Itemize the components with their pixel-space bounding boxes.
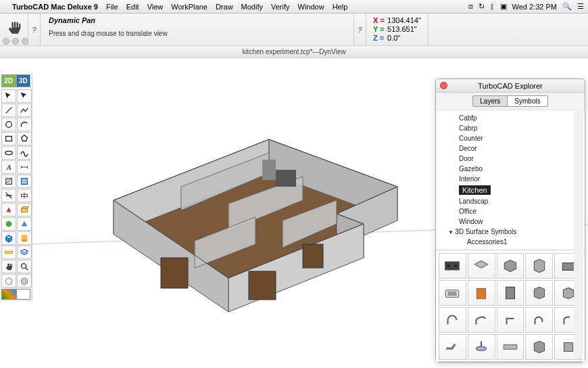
- layer-item[interactable]: Cabfp: [456, 113, 585, 123]
- symbol-cabinet-icon[interactable]: [525, 253, 553, 279]
- polyline-tool-icon[interactable]: [17, 104, 32, 117]
- symbol-faucet2-icon[interactable]: [468, 307, 495, 333]
- sphere-tool-icon[interactable]: [1, 217, 16, 231]
- hand-tool-icon[interactable]: [1, 260, 16, 273]
- sync-icon[interactable]: ↻: [479, 2, 485, 11]
- menu-draw[interactable]: Draw: [216, 3, 233, 11]
- tab-3d[interactable]: 3D: [16, 74, 31, 87]
- symbol-fridge-icon[interactable]: [497, 280, 524, 306]
- menu-items: File Edit View WorkPlane Draw Modify Ver…: [106, 3, 347, 11]
- hatch-tool-icon[interactable]: [1, 175, 16, 188]
- cone-tool-icon[interactable]: [17, 217, 32, 231]
- menu-verify[interactable]: Verify: [271, 3, 290, 11]
- circle-tool-icon[interactable]: [1, 118, 16, 131]
- ellipse-tool-icon[interactable]: [1, 146, 16, 160]
- menu-window[interactable]: Window: [298, 3, 324, 11]
- line-tool-icon[interactable]: [1, 104, 16, 117]
- fill-tool-icon[interactable]: [17, 175, 32, 188]
- layer-tool-icon[interactable]: [17, 246, 32, 259]
- extend-tool-icon[interactable]: [17, 189, 32, 202]
- extrude-tool-icon[interactable]: [17, 203, 32, 216]
- airplay-icon[interactable]: ▣: [500, 2, 507, 11]
- polygon-tool-icon[interactable]: [17, 132, 32, 145]
- menu-view[interactable]: View: [147, 3, 164, 11]
- symbol-wedge-icon[interactable]: [525, 361, 553, 362]
- tab-2d[interactable]: 2D: [1, 74, 16, 87]
- layer-item[interactable]: Landscap: [456, 196, 585, 206]
- menu-file[interactable]: File: [106, 3, 118, 11]
- help-button-right[interactable]: ?: [353, 14, 366, 45]
- rect-tool-icon[interactable]: [1, 132, 16, 145]
- symbol-column-icon[interactable]: [525, 334, 553, 360]
- x-value: 1304.414": [387, 16, 421, 24]
- select-tool-icon[interactable]: [1, 89, 16, 103]
- arc-tool-icon[interactable]: [17, 118, 32, 131]
- tab-symbols[interactable]: Symbols: [508, 95, 547, 107]
- symbol-duct-icon[interactable]: [497, 334, 524, 360]
- symbol-sink-icon[interactable]: [439, 280, 466, 306]
- explorer-panel[interactable]: TurboCAD Explorer Layers Symbols Cabfp C…: [435, 78, 585, 363]
- menu-help[interactable]: Help: [333, 3, 348, 11]
- menu-modify[interactable]: Modify: [241, 3, 263, 11]
- explorer-scrollbar[interactable]: [574, 109, 583, 359]
- tab-layers[interactable]: Layers: [472, 95, 508, 107]
- wireframe-icon[interactable]: [1, 274, 16, 288]
- spline-draw-icon[interactable]: [17, 146, 32, 160]
- bluetooth-icon[interactable]: ᛒ: [490, 3, 495, 11]
- svg-rect-20: [262, 160, 276, 180]
- layer-item[interactable]: Office: [456, 206, 585, 216]
- symbol-pipe-icon[interactable]: [439, 334, 466, 360]
- close-icon[interactable]: [440, 82, 447, 89]
- layer-item[interactable]: Interior: [456, 174, 585, 184]
- symbol-faucet1-icon[interactable]: [439, 307, 466, 333]
- background-swatch[interactable]: [16, 289, 31, 300]
- layer-item[interactable]: Gazebo: [456, 164, 585, 174]
- layer-item[interactable]: Door: [456, 154, 585, 164]
- view-mode-tabs[interactable]: 2D 3D: [1, 74, 30, 87]
- text-tool-icon[interactable]: A: [1, 160, 16, 174]
- symbol-hood3-icon[interactable]: [497, 361, 524, 362]
- spotlight-icon[interactable]: 🔍: [562, 2, 572, 11]
- symbol-unit-icon[interactable]: [525, 280, 553, 306]
- symbol-cooktop-icon[interactable]: [439, 253, 466, 279]
- cylinder-tool-icon[interactable]: [17, 231, 32, 245]
- shaded-icon[interactable]: [17, 274, 32, 288]
- box-tool-icon[interactable]: [1, 231, 16, 245]
- help-button-left[interactable]: ?: [28, 14, 41, 45]
- symbol-counter-icon[interactable]: [468, 253, 495, 279]
- app-title[interactable]: TurboCAD Mac Deluxe 9: [12, 3, 98, 11]
- document-titlebar: kitchen experiment.tcp*---DynView: [0, 46, 588, 58]
- symbol-hood2-icon[interactable]: [468, 361, 495, 362]
- symbol-subitem[interactable]: Accessories1: [464, 237, 585, 247]
- symbol-light-icon[interactable]: [468, 334, 495, 360]
- layer-item[interactable]: Window: [456, 216, 585, 227]
- notification-icon[interactable]: ☰: [577, 2, 584, 11]
- dropbox-icon[interactable]: ⧈: [468, 2, 473, 11]
- layer-item[interactable]: Counter: [456, 133, 585, 143]
- symbol-box-icon[interactable]: [497, 253, 524, 279]
- svg-rect-18: [303, 244, 323, 268]
- menu-edit[interactable]: Edit: [126, 3, 139, 11]
- symbol-vent-icon[interactable]: [554, 361, 582, 362]
- push-tool-icon[interactable]: [1, 203, 16, 216]
- menu-workplane[interactable]: WorkPlane: [171, 3, 207, 11]
- clock[interactable]: Wed 2:32 PM: [512, 3, 557, 11]
- dimension-tool-icon[interactable]: [17, 160, 32, 174]
- symbol-faucet3-icon[interactable]: [497, 307, 524, 333]
- explorer-titlebar[interactable]: TurboCAD Explorer: [436, 79, 585, 93]
- svg-rect-19: [276, 170, 296, 187]
- symbol-base-cabinet-icon[interactable]: [468, 280, 495, 306]
- measure-tool-icon[interactable]: [1, 246, 16, 259]
- zoom-tool-icon[interactable]: [17, 260, 32, 273]
- trim-tool-icon[interactable]: [1, 189, 16, 202]
- layer-item[interactable]: Decor: [456, 143, 585, 154]
- foreground-swatch[interactable]: [1, 289, 16, 300]
- move-tool-icon[interactable]: [17, 89, 32, 103]
- window-traffic-lights[interactable]: [3, 38, 28, 45]
- color-swatches[interactable]: [1, 289, 30, 300]
- symbol-hood1-icon[interactable]: [439, 361, 466, 362]
- symbol-faucet4-icon[interactable]: [525, 307, 553, 333]
- layer-item[interactable]: Cabrp: [456, 123, 585, 133]
- layer-item-selected[interactable]: Kitchen: [456, 184, 585, 196]
- symbol-group[interactable]: 3D Surface Symbols: [445, 227, 585, 237]
